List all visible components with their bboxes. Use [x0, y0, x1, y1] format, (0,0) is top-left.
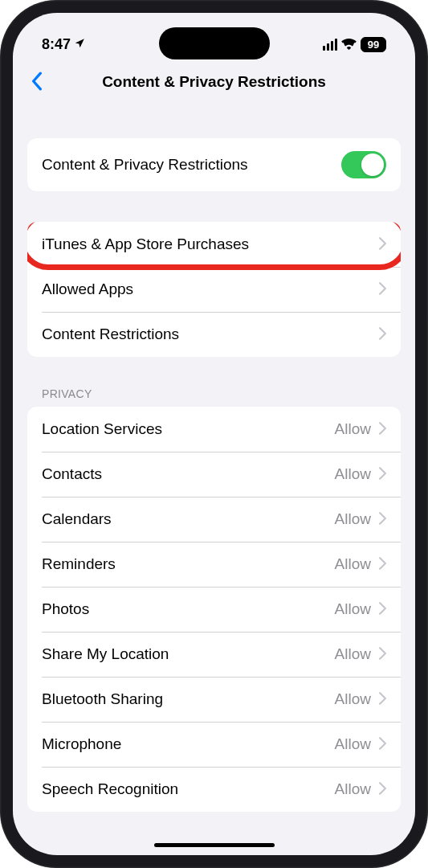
dynamic-island	[159, 27, 270, 59]
wifi-icon	[341, 39, 357, 50]
chevron-right-icon	[379, 780, 386, 799]
status-right: 99	[323, 37, 387, 52]
row-label: Share My Location	[42, 645, 335, 663]
contacts-row[interactable]: Contacts Allow	[27, 452, 401, 497]
speech-recognition-row[interactable]: Speech Recognition Allow	[27, 767, 401, 812]
chevron-right-icon	[379, 600, 386, 619]
row-value: Allow	[335, 780, 371, 798]
chevron-right-icon	[379, 510, 386, 529]
row-label: Location Services	[42, 420, 335, 438]
microphone-row[interactable]: Microphone Allow	[27, 722, 401, 767]
chevron-right-icon	[379, 420, 386, 439]
side-button	[0, 157, 1, 185]
chevron-right-icon	[379, 690, 386, 709]
screen: 8:47 99 C	[13, 13, 415, 855]
chevron-right-icon	[379, 735, 386, 754]
volume-up-button	[0, 209, 1, 265]
privacy-section-header: PRIVACY	[27, 387, 401, 407]
back-button[interactable]	[27, 68, 47, 96]
volume-down-button	[0, 281, 1, 338]
status-left: 8:47	[42, 36, 85, 53]
content-privacy-toggle-row[interactable]: Content & Privacy Restrictions	[27, 138, 401, 191]
location-arrow-icon	[74, 38, 85, 51]
row-label: Bluetooth Sharing	[42, 690, 335, 708]
chevron-right-icon	[379, 326, 386, 344]
row-value: Allow	[335, 735, 371, 753]
cellular-signal-icon	[323, 39, 338, 51]
row-label: Contacts	[42, 465, 335, 483]
row-label: Photos	[42, 600, 335, 618]
row-label: Calendars	[42, 510, 335, 528]
row-value: Allow	[335, 600, 371, 618]
row-value: Allow	[335, 690, 371, 708]
row-label: Reminders	[42, 555, 335, 573]
photos-row[interactable]: Photos Allow	[27, 587, 401, 632]
content-restrictions-row[interactable]: Content Restrictions	[27, 312, 401, 357]
row-value: Allow	[335, 645, 371, 663]
nav-header: Content & Privacy Restrictions	[13, 61, 415, 108]
row-value: Allow	[335, 555, 371, 573]
content: Content & Privacy Restrictions iTunes & …	[13, 138, 415, 812]
chevron-right-icon	[379, 280, 386, 299]
privacy-group: Location Services Allow Contacts Allow C…	[27, 407, 401, 812]
row-label: Allowed Apps	[42, 280, 379, 298]
toggle-switch[interactable]	[341, 151, 386, 178]
row-label: iTunes & App Store Purchases	[42, 235, 379, 253]
row-label: Microphone	[42, 735, 335, 753]
chevron-right-icon	[379, 465, 386, 484]
nav-title: Content & Privacy Restrictions	[102, 73, 326, 91]
battery-icon: 99	[361, 37, 386, 52]
row-value: Allow	[335, 420, 371, 438]
bluetooth-sharing-row[interactable]: Bluetooth Sharing Allow	[27, 677, 401, 722]
row-value: Allow	[335, 510, 371, 528]
restrictions-group: iTunes & App Store Purchases Allowed App…	[27, 222, 401, 357]
share-my-location-row[interactable]: Share My Location Allow	[27, 632, 401, 677]
chevron-right-icon	[379, 645, 386, 664]
itunes-appstore-purchases-row[interactable]: iTunes & App Store Purchases	[27, 222, 401, 267]
phone-frame: 8:47 99 C	[0, 0, 428, 868]
row-label: Content & Privacy Restrictions	[42, 156, 341, 174]
row-label: Speech Recognition	[42, 780, 335, 798]
chevron-right-icon	[379, 235, 386, 254]
chevron-right-icon	[379, 555, 386, 574]
row-label: Content Restrictions	[42, 326, 379, 343]
reminders-row[interactable]: Reminders Allow	[27, 542, 401, 587]
allowed-apps-row[interactable]: Allowed Apps	[27, 267, 401, 312]
row-value: Allow	[335, 465, 371, 483]
status-time: 8:47	[42, 36, 71, 53]
location-services-row[interactable]: Location Services Allow	[27, 407, 401, 452]
home-indicator[interactable]	[154, 843, 275, 847]
calendars-row[interactable]: Calendars Allow	[27, 497, 401, 542]
toggle-group: Content & Privacy Restrictions	[27, 138, 401, 191]
